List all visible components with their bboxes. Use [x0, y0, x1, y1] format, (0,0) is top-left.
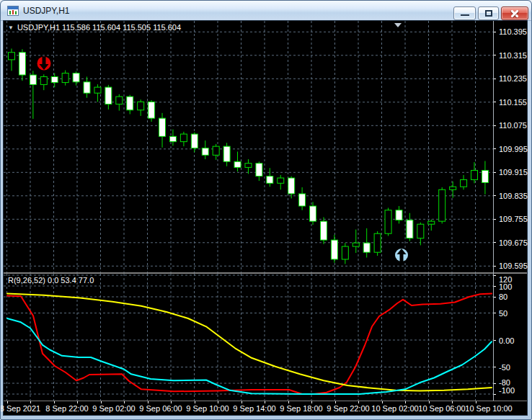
candle-body	[223, 146, 230, 161]
price-label: 109.675	[499, 238, 528, 247]
candle-body	[363, 243, 370, 252]
minimize-button[interactable]	[453, 6, 476, 20]
candlestick	[482, 161, 488, 194]
time-tick	[288, 401, 289, 403]
candlestick	[30, 71, 36, 119]
candlestick	[342, 243, 348, 264]
candle-body	[256, 164, 262, 177]
chart-window-icon	[7, 5, 19, 17]
restore-icon	[485, 10, 492, 17]
time-axis[interactable]: 8 Sep 20218 Sep 22:009 Sep 02:009 Sep 06…	[4, 401, 527, 415]
price-label: 110.395	[499, 27, 527, 36]
indicator-label: R(9,26,52) 0.0 53.4 77.0	[8, 276, 94, 285]
candlestick	[138, 99, 144, 116]
candlestick	[116, 94, 123, 111]
indicator-line-yellow	[7, 294, 492, 391]
time-label: 10 Sep 10:00	[454, 404, 523, 413]
title-bar[interactable]: USDJPY,H1	[1, 1, 531, 21]
sell-signal-icon[interactable]	[37, 57, 51, 71]
indicator-axis-label: 80	[499, 292, 507, 301]
candle-body	[191, 134, 198, 148]
candle-body	[450, 187, 456, 189]
candlestick	[256, 161, 262, 181]
candle-body	[288, 178, 295, 194]
candlestick	[299, 187, 306, 210]
candle-body	[278, 178, 284, 183]
indicator-axis-label: 0.00	[499, 336, 514, 345]
indicator-axis-label: -50	[499, 363, 510, 372]
minimize-icon	[461, 14, 469, 17]
candle-body	[407, 220, 413, 238]
time-tick	[335, 401, 336, 403]
candle-body	[202, 148, 208, 156]
main-chart-canvas[interactable]	[4, 21, 493, 272]
price-label: 109.835	[499, 192, 528, 200]
candle-body	[482, 170, 488, 182]
indicator-axis-label: -80	[499, 378, 510, 387]
price-label: 110.235	[499, 74, 527, 83]
price-label: 110.075	[499, 121, 527, 130]
time-tick	[101, 401, 102, 403]
price-label: 110.155	[499, 98, 527, 107]
candle-body	[73, 73, 79, 82]
candlestick	[51, 73, 58, 88]
candlestick	[202, 140, 208, 159]
candlestick	[471, 162, 477, 183]
collapse-triangle-icon[interactable]: ▼	[8, 24, 14, 31]
chart-window: USDJPY,H1 ▼USDJPY,H1 115.586 115.604 115…	[0, 0, 532, 420]
time-tick	[382, 401, 383, 403]
candlestick	[223, 143, 230, 166]
indicator-axis-label: 120	[499, 275, 512, 284]
candlestick	[320, 217, 327, 243]
indicator-axis-label: 50	[499, 309, 507, 318]
candlestick	[363, 228, 370, 258]
ohlc-low: 115.505	[123, 23, 151, 32]
time-tick	[405, 401, 406, 403]
restore-button[interactable]	[478, 6, 499, 20]
candle-body	[299, 194, 306, 206]
time-tick	[311, 401, 312, 403]
candlestick	[40, 74, 47, 90]
time-tick	[241, 401, 242, 403]
time-tick	[358, 401, 359, 403]
candlestick	[428, 220, 435, 231]
candle-body	[267, 177, 273, 184]
candlestick	[278, 175, 284, 189]
ohlc-info-line: ▼USDJPY,H1 115.586 115.604 115.505 115.6…	[8, 23, 181, 32]
indicator-line-red	[7, 294, 492, 395]
candle-body	[40, 76, 47, 84]
candlestick	[19, 49, 25, 81]
time-tick	[30, 401, 31, 403]
candle-body	[385, 210, 391, 234]
candle-body	[245, 164, 252, 168]
candle-body	[213, 146, 219, 155]
window-title: USDJPY,H1	[23, 6, 69, 16]
time-tick	[7, 401, 8, 403]
candlestick	[148, 100, 155, 122]
candlestick	[191, 133, 198, 153]
candle-body	[320, 221, 327, 240]
candle-body	[94, 87, 101, 93]
ohlc-symbol: USDJPY,H1	[17, 23, 60, 32]
buy-signal-icon[interactable]	[395, 249, 408, 262]
price-label: 110.315	[499, 51, 527, 60]
time-tick	[265, 401, 265, 403]
candle-body	[417, 224, 424, 238]
indicator-canvas[interactable]	[4, 274, 493, 401]
candlestick	[461, 175, 467, 189]
candle-body	[127, 97, 133, 110]
ohlc-open: 115.586	[62, 23, 90, 32]
candle-body	[471, 170, 477, 179]
chart-client-area: ▼USDJPY,H1 115.586 115.604 115.505 115.6…	[3, 20, 528, 416]
candlestick	[127, 95, 133, 115]
candlestick	[331, 235, 337, 263]
candlestick	[374, 231, 381, 256]
candlestick	[245, 159, 252, 174]
candle-body	[169, 136, 176, 141]
candle-body	[342, 246, 348, 259]
time-tick	[452, 401, 453, 403]
close-button[interactable]	[501, 6, 528, 20]
time-tick	[124, 401, 125, 403]
candlestick	[234, 151, 241, 171]
candlestick	[396, 206, 402, 223]
